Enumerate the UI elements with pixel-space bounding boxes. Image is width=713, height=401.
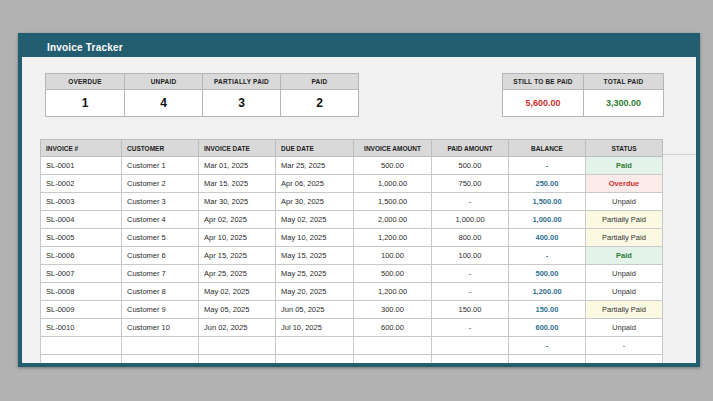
cell-balance[interactable]: 400.00 — [509, 229, 586, 247]
cell-due-date[interactable] — [276, 337, 354, 355]
cell-status[interactable]: Partially Paid — [586, 229, 663, 247]
cell-due-date[interactable]: Apr 30, 2025 — [276, 193, 354, 211]
cell-due-date[interactable]: May 25, 2025 — [276, 265, 354, 283]
cell-customer[interactable]: Customer 5 — [122, 229, 199, 247]
cell-invoice-date[interactable]: Mar 15, 2025 — [199, 175, 276, 193]
cell-balance[interactable]: 600.00 — [509, 319, 586, 337]
cell-invoice-date[interactable]: Mar 30, 2025 — [199, 193, 276, 211]
cell-balance[interactable] — [509, 355, 586, 364]
cell-status[interactable] — [586, 355, 663, 364]
cell-invoice-date[interactable]: May 05, 2025 — [199, 301, 276, 319]
cell-invoice-date[interactable]: Apr 25, 2025 — [199, 265, 276, 283]
cell-due-date[interactable]: May 15, 2025 — [276, 247, 354, 265]
cell-balance[interactable]: - — [509, 157, 586, 175]
invoice-tracker-window: Invoice Tracker OVERDUE1UNPAID4PARTIALLY… — [18, 33, 700, 367]
cell-due-date[interactable]: May 02, 2025 — [276, 211, 354, 229]
cell-balance[interactable]: - — [509, 337, 586, 355]
cell-due-date[interactable]: May 20, 2025 — [276, 283, 354, 301]
invoice-table: INVOICE #CUSTOMERINVOICE DATEDUE DATEINV… — [40, 139, 663, 363]
summary-box-total-paid: TOTAL PAID3,300.00 — [583, 74, 663, 116]
cell-customer[interactable]: Customer 10 — [122, 319, 199, 337]
cell-paid-amount[interactable]: 100.00 — [432, 247, 509, 265]
cell-invoice-amount[interactable]: 2,000.00 — [354, 211, 432, 229]
cell-invoice[interactable]: SL-0003 — [41, 193, 122, 211]
cell-customer[interactable] — [122, 337, 199, 355]
cell-invoice-date[interactable] — [199, 337, 276, 355]
cell-invoice-amount[interactable] — [354, 355, 432, 364]
cell-customer[interactable]: Customer 1 — [122, 157, 199, 175]
cell-status[interactable]: Unpaid — [586, 265, 663, 283]
cell-status[interactable]: Partially Paid — [586, 211, 663, 229]
table-header-row: INVOICE #CUSTOMERINVOICE DATEDUE DATEINV… — [41, 140, 663, 157]
cell-due-date[interactable]: May 10, 2025 — [276, 229, 354, 247]
cell-balance[interactable]: 150.00 — [509, 301, 586, 319]
cell-invoice-amount[interactable] — [354, 337, 432, 355]
cell-invoice[interactable]: SL-0004 — [41, 211, 122, 229]
cell-balance[interactable]: 1,200.00 — [509, 283, 586, 301]
cell-customer[interactable]: Customer 7 — [122, 265, 199, 283]
cell-status[interactable]: Unpaid — [586, 193, 663, 211]
cell-invoice-amount[interactable]: 1,200.00 — [354, 283, 432, 301]
cell-paid-amount[interactable]: 500.00 — [432, 157, 509, 175]
cell-due-date[interactable]: Apr 06, 2025 — [276, 175, 354, 193]
cell-paid-amount[interactable]: 150.00 — [432, 301, 509, 319]
cell-paid-amount[interactable] — [432, 337, 509, 355]
cell-balance[interactable]: 500.00 — [509, 265, 586, 283]
cell-customer[interactable]: Customer 4 — [122, 211, 199, 229]
cell-status[interactable]: Partially Paid — [586, 301, 663, 319]
cell-customer[interactable]: Customer 8 — [122, 283, 199, 301]
cell-customer[interactable]: Customer 9 — [122, 301, 199, 319]
cell-status[interactable]: Unpaid — [586, 283, 663, 301]
cell-due-date[interactable]: Jul 10, 2025 — [276, 319, 354, 337]
cell-invoice[interactable]: SL-0001 — [41, 157, 122, 175]
cell-invoice[interactable]: SL-0008 — [41, 283, 122, 301]
cell-due-date[interactable] — [276, 355, 354, 364]
cell-invoice-amount[interactable]: 500.00 — [354, 157, 432, 175]
cell-invoice[interactable]: SL-0009 — [41, 301, 122, 319]
cell-paid-amount[interactable] — [432, 355, 509, 364]
cell-invoice[interactable]: SL-0005 — [41, 229, 122, 247]
cell-invoice-amount[interactable]: 1,000.00 — [354, 175, 432, 193]
cell-customer[interactable]: Customer 2 — [122, 175, 199, 193]
cell-status[interactable]: Overdue — [586, 175, 663, 193]
cell-balance[interactable]: - — [509, 247, 586, 265]
cell-status[interactable]: Unpaid — [586, 319, 663, 337]
cell-invoice-date[interactable]: Apr 15, 2025 — [199, 247, 276, 265]
cell-balance[interactable]: 1,500.00 — [509, 193, 586, 211]
cell-invoice[interactable]: SL-0010 — [41, 319, 122, 337]
cell-invoice-amount[interactable]: 500.00 — [354, 265, 432, 283]
cell-due-date[interactable]: Mar 25, 2025 — [276, 157, 354, 175]
cell-invoice-date[interactable]: May 02, 2025 — [199, 283, 276, 301]
cell-invoice[interactable]: SL-0002 — [41, 175, 122, 193]
cell-paid-amount[interactable]: 1,000.00 — [432, 211, 509, 229]
cell-invoice-amount[interactable]: 300.00 — [354, 301, 432, 319]
cell-customer[interactable] — [122, 355, 199, 364]
cell-invoice-amount[interactable]: 1,200.00 — [354, 229, 432, 247]
cell-status[interactable]: Paid — [586, 157, 663, 175]
cell-paid-amount[interactable]: 750.00 — [432, 175, 509, 193]
cell-due-date[interactable]: Jun 05, 2025 — [276, 301, 354, 319]
cell-invoice-date[interactable]: Mar 01, 2025 — [199, 157, 276, 175]
cell-invoice[interactable] — [41, 355, 122, 364]
cell-invoice-date[interactable] — [199, 355, 276, 364]
cell-status[interactable]: - — [586, 337, 663, 355]
cell-balance[interactable]: 250.00 — [509, 175, 586, 193]
cell-invoice[interactable]: SL-0006 — [41, 247, 122, 265]
cell-invoice-date[interactable]: Jun 02, 2025 — [199, 319, 276, 337]
cell-invoice[interactable] — [41, 337, 122, 355]
cell-customer[interactable]: Customer 3 — [122, 193, 199, 211]
cell-invoice-date[interactable]: Apr 10, 2025 — [199, 229, 276, 247]
cell-paid-amount[interactable]: - — [432, 283, 509, 301]
cell-customer[interactable]: Customer 6 — [122, 247, 199, 265]
cell-invoice-amount[interactable]: 1,500.00 — [354, 193, 432, 211]
cell-paid-amount[interactable]: 800.00 — [432, 229, 509, 247]
cell-paid-amount[interactable]: - — [432, 265, 509, 283]
cell-paid-amount[interactable]: - — [432, 319, 509, 337]
cell-invoice-amount[interactable]: 100.00 — [354, 247, 432, 265]
cell-paid-amount[interactable]: - — [432, 193, 509, 211]
cell-invoice-date[interactable]: Apr 02, 2025 — [199, 211, 276, 229]
cell-balance[interactable]: 1,000.00 — [509, 211, 586, 229]
cell-status[interactable]: Paid — [586, 247, 663, 265]
cell-invoice[interactable]: SL-0007 — [41, 265, 122, 283]
cell-invoice-amount[interactable]: 600.00 — [354, 319, 432, 337]
